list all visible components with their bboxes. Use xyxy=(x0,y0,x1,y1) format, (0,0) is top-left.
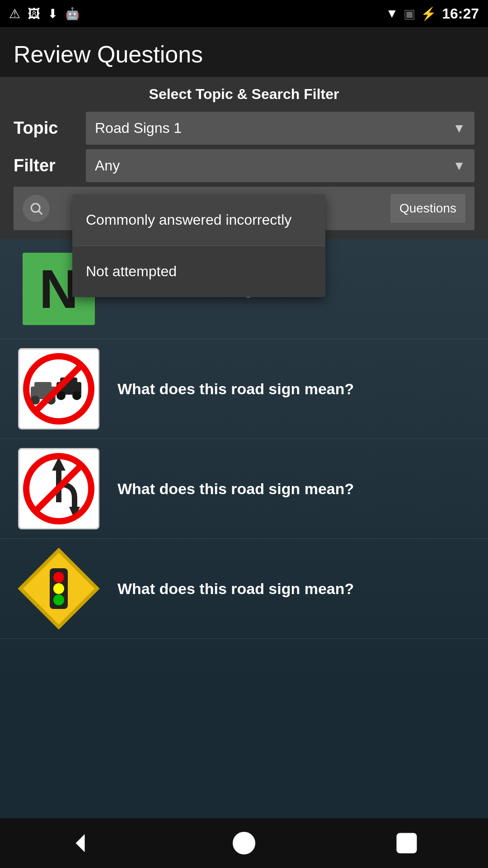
status-bar: ⚠ 🖼 ⬇ 🤖 ▼ ▣ ⚡ 16:27 xyxy=(0,0,488,27)
signal-icon: ▣ xyxy=(404,6,415,21)
image-icon: 🖼 xyxy=(28,6,40,21)
android-icon: 🤖 xyxy=(65,7,80,21)
content-area: N What does this sign mean? xyxy=(0,239,488,689)
question-row[interactable]: What does this road sign mean? xyxy=(0,439,488,539)
svg-point-21 xyxy=(53,572,64,583)
topic-chevron-icon: ▼ xyxy=(453,121,465,136)
topic-value: Road Signs 1 xyxy=(95,120,182,137)
dropdown-item-not-attempted[interactable]: Not attempted xyxy=(72,246,325,297)
home-button[interactable] xyxy=(226,825,262,861)
filter-value: Any xyxy=(95,157,120,174)
status-time: 16:27 xyxy=(442,5,479,22)
questions-button[interactable]: Questions xyxy=(390,194,465,223)
svg-marker-24 xyxy=(76,834,85,852)
status-bar-left: ⚠ 🖼 ⬇ 🤖 xyxy=(9,6,80,21)
svg-point-22 xyxy=(53,583,64,594)
sign-image-traffic-light xyxy=(14,548,104,629)
topic-dropdown[interactable]: Road Signs 1 ▼ xyxy=(86,112,474,145)
wifi-icon: ▼ xyxy=(385,6,398,21)
download-icon: ⬇ xyxy=(47,6,58,21)
question-text-4: What does this road sign mean? xyxy=(117,580,474,598)
topic-row: Topic Road Signs 1 ▼ xyxy=(14,112,474,145)
no-entry-sign xyxy=(18,448,99,529)
svg-rect-26 xyxy=(398,834,416,852)
nav-bar xyxy=(0,818,488,868)
sign-image-no-entry xyxy=(14,448,104,529)
back-button[interactable] xyxy=(63,825,99,861)
svg-point-25 xyxy=(234,833,254,854)
search-icon xyxy=(23,195,50,222)
filter-dropdown[interactable]: Any ▼ xyxy=(86,149,474,182)
warning-icon: ⚠ xyxy=(9,6,20,21)
svg-rect-4 xyxy=(34,382,52,392)
filter-row: Filter Any ▼ xyxy=(14,149,474,182)
svg-line-1 xyxy=(39,211,42,214)
filter-chevron-icon: ▼ xyxy=(453,159,465,173)
question-text-3: What does this road sign mean? xyxy=(117,480,474,498)
filter-header: Select Topic & Search Filter xyxy=(14,86,474,103)
svg-point-0 xyxy=(31,203,40,212)
recent-button[interactable] xyxy=(389,825,425,861)
sign-image-no-overtaking xyxy=(14,348,104,429)
no-overtaking-sign xyxy=(18,348,99,429)
page-title: Review Questions xyxy=(0,27,488,77)
question-row[interactable]: What does this road sign mean? xyxy=(0,539,488,639)
question-row[interactable]: What does this road sign mean? xyxy=(0,339,488,439)
question-text-2: What does this road sign mean? xyxy=(117,380,474,398)
traffic-light-sign xyxy=(18,548,99,629)
status-bar-right: ▼ ▣ ⚡ 16:27 xyxy=(385,5,479,22)
battery-icon: ⚡ xyxy=(421,6,436,21)
filter-dropdown-menu: Commonly answered incorrectly Not attemp… xyxy=(72,194,325,297)
svg-point-10 xyxy=(72,391,81,400)
svg-point-23 xyxy=(53,594,64,605)
filter-label: Filter xyxy=(14,156,86,175)
topic-label: Topic xyxy=(14,118,86,138)
dropdown-item-commonly-incorrect[interactable]: Commonly answered incorrectly xyxy=(72,194,325,246)
